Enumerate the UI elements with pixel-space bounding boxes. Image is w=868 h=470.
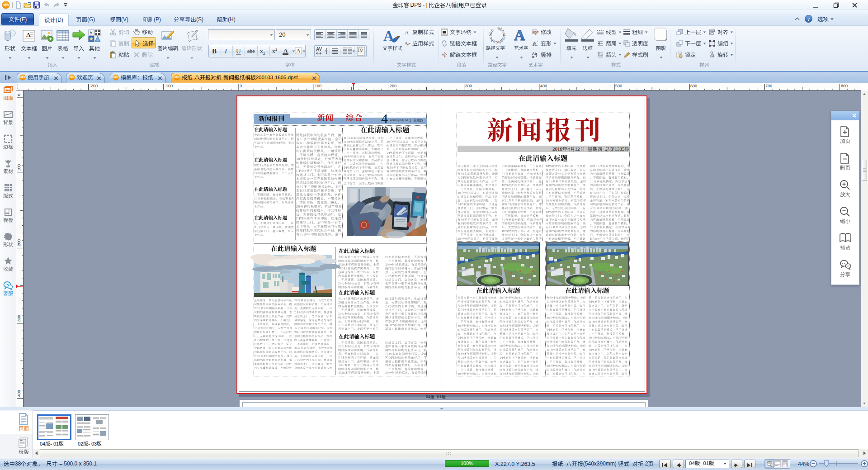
svg-text:2: 2 [263, 52, 265, 56]
svg-text:300: 300 [465, 84, 472, 88]
svg-text:U: U [236, 47, 241, 55]
svg-text:AV: AV [316, 47, 322, 52]
svg-text:A: A [514, 27, 525, 43]
svg-text:200: 200 [17, 239, 21, 246]
svg-text:0: 0 [17, 94, 21, 96]
svg-text:?: ? [807, 16, 810, 22]
svg-text:DPS: DPS [69, 76, 75, 79]
svg-text:-100: -100 [165, 84, 173, 88]
svg-text:100: 100 [315, 84, 321, 88]
svg-text:200: 200 [390, 84, 396, 88]
svg-text:DPS: DPS [113, 76, 118, 79]
svg-text:A: A [405, 29, 409, 36]
svg-text:5: 5 [90, 30, 93, 35]
svg-text:b: b [532, 55, 534, 59]
svg-text:x: x [272, 47, 275, 54]
svg-text:I: I [224, 47, 227, 55]
svg-text:DPS: DPS [20, 76, 25, 79]
svg-text:400: 400 [540, 84, 547, 88]
svg-text:A: A [283, 47, 288, 54]
svg-text:300: 300 [17, 315, 21, 322]
svg-text:A: A [533, 41, 537, 47]
svg-text:DPS: DPS [174, 76, 179, 79]
svg-text:2: 2 [275, 47, 277, 52]
svg-text:DPS: DPS [3, 4, 9, 7]
svg-text:-200: -200 [90, 84, 98, 88]
svg-text:400: 400 [17, 390, 21, 397]
svg-text:B: B [212, 47, 217, 55]
svg-text:700: 700 [765, 84, 772, 88]
svg-text:100: 100 [17, 164, 21, 171]
svg-text:A: A [404, 40, 408, 47]
svg-text:x: x [260, 47, 263, 54]
svg-text:600: 600 [690, 84, 697, 88]
svg-text:A: A [297, 47, 301, 54]
svg-text:500: 500 [615, 84, 622, 88]
svg-text:0: 0 [240, 84, 242, 88]
svg-text:100: 100 [768, 461, 772, 464]
svg-text:800: 800 [841, 84, 848, 88]
svg-text:abcabcabcabcabc: abcabcabcabcabc [488, 26, 507, 45]
